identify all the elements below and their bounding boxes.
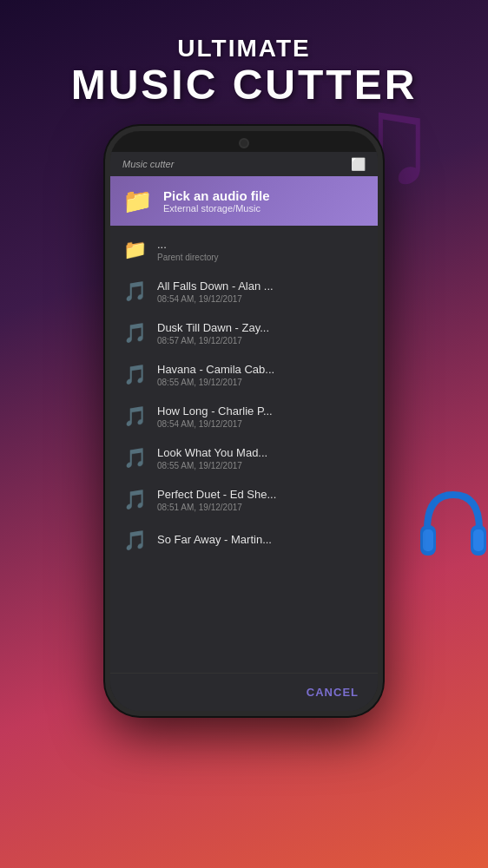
file-meta: 08:54 AM, 19/12/2017	[157, 294, 366, 304]
phone-side-button-left-2	[105, 279, 107, 322]
music-file-icon: 🎵	[122, 322, 147, 345]
file-name: Havana - Camila Cab...	[157, 363, 366, 376]
file-info: How Long - Charlie P... 08:54 AM, 19/12/…	[157, 404, 366, 429]
file-list: 📁 ... Parent directory 🎵 All Falls Down …	[110, 226, 378, 673]
list-item-dusk-till-dawn[interactable]: 🎵 Dusk Till Dawn - Zay... 08:57 AM, 19/1…	[110, 312, 378, 354]
phone-side-button-left-1	[105, 244, 107, 270]
list-item-parent-dir[interactable]: 📁 ... Parent directory	[110, 229, 378, 271]
file-meta: 08:51 AM, 19/12/2017	[157, 503, 366, 512]
file-info: Havana - Camila Cab... 08:55 AM, 19/12/2…	[157, 363, 366, 387]
app-bar-title: Music cutter	[122, 159, 174, 169]
phone-top-bar	[110, 131, 378, 152]
file-name: ...	[157, 238, 366, 251]
pick-header: 📁 Pick an audio file External storage/Mu…	[110, 176, 378, 226]
file-meta: 08:54 AM, 19/12/2017	[157, 419, 366, 429]
file-info: ... Parent directory	[157, 238, 366, 262]
file-meta: Parent directory	[157, 253, 366, 262]
header-folder-icon: 📁	[122, 187, 153, 215]
title-ultimate: ULTIMATE	[71, 35, 418, 62]
app-bar-icon: ⬜	[351, 157, 366, 171]
list-item-havana[interactable]: 🎵 Havana - Camila Cab... 08:55 AM, 19/12…	[110, 354, 378, 396]
list-item-how-long[interactable]: 🎵 How Long - Charlie P... 08:54 AM, 19/1…	[110, 396, 378, 437]
file-meta: 08:55 AM, 19/12/2017	[157, 461, 366, 470]
phone-side-button-right	[381, 270, 383, 313]
file-meta: 08:57 AM, 19/12/2017	[157, 336, 366, 345]
headphone-decoration	[419, 477, 488, 594]
header-text-group: Pick an audio file External storage/Musi…	[163, 188, 270, 214]
cancel-button[interactable]: CANCEL	[300, 682, 366, 702]
pick-subtitle: External storage/Music	[163, 203, 270, 214]
bottom-bar: CANCEL	[110, 673, 378, 711]
file-meta: 08:55 AM, 19/12/2017	[157, 378, 366, 387]
file-name: Dusk Till Dawn - Zay...	[157, 321, 366, 334]
music-file-icon: 🎵	[122, 364, 147, 386]
list-item-all-falls-down[interactable]: 🎵 All Falls Down - Alan ... 08:54 AM, 19…	[110, 271, 378, 312]
music-file-icon: 🎵	[122, 529, 147, 552]
file-info: Perfect Duet - Ed She... 08:51 AM, 19/12…	[157, 488, 366, 512]
music-file-icon: 🎵	[122, 280, 147, 303]
file-info: Look What You Mad... 08:55 AM, 19/12/201…	[157, 446, 366, 470]
pick-title: Pick an audio file	[163, 188, 270, 203]
list-item-perfect-duet[interactable]: 🎵 Perfect Duet - Ed She... 08:51 AM, 19/…	[110, 479, 378, 521]
list-item-so-far-away[interactable]: 🎵 So Far Away - Martin...	[110, 521, 378, 561]
file-info: All Falls Down - Alan ... 08:54 AM, 19/1…	[157, 279, 366, 304]
svg-rect-2	[423, 529, 433, 551]
file-name: How Long - Charlie P...	[157, 404, 366, 418]
list-item-look-what-you-made[interactable]: 🎵 Look What You Mad... 08:55 AM, 19/12/2…	[110, 437, 378, 479]
file-info: So Far Away - Martin...	[157, 533, 366, 548]
folder-icon: 📁	[122, 239, 147, 261]
phone-frame: Music cutter ⬜ 📁 Pick an audio file Exte…	[105, 126, 383, 716]
music-file-icon: 🎵	[122, 447, 147, 470]
music-file-icon: 🎵	[122, 489, 147, 511]
title-area: ULTIMATE MUSIC CUTTER	[71, 35, 418, 108]
file-name: All Falls Down - Alan ...	[157, 279, 366, 293]
screen: Music cutter ⬜ 📁 Pick an audio file Exte…	[110, 152, 378, 711]
music-file-icon: 🎵	[122, 405, 147, 428]
file-info: Dusk Till Dawn - Zay... 08:57 AM, 19/12/…	[157, 321, 366, 345]
svg-rect-3	[473, 529, 484, 551]
file-name: Perfect Duet - Ed She...	[157, 488, 366, 501]
app-bar: Music cutter ⬜	[110, 152, 378, 176]
file-name: Look What You Mad...	[157, 446, 366, 459]
file-name: So Far Away - Martin...	[157, 533, 366, 546]
title-music-cutter: MUSIC CUTTER	[71, 62, 418, 108]
phone-camera	[239, 138, 249, 148]
